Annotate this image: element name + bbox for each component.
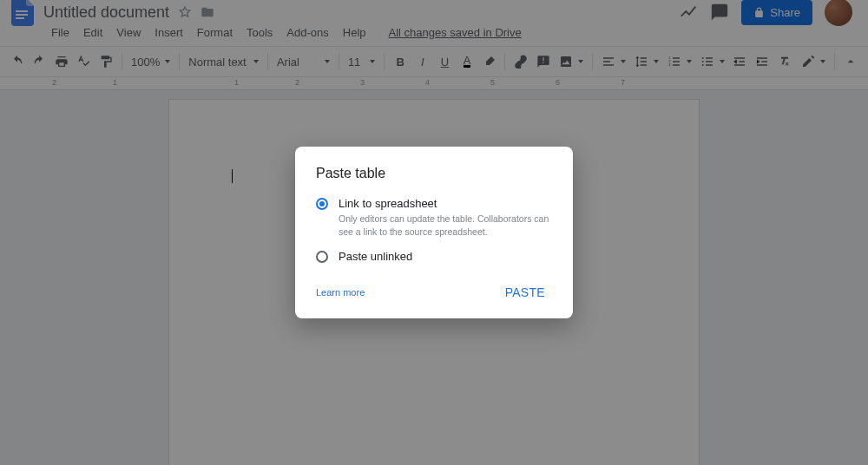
paste-table-dialog: Paste table Link to spreadsheet Only edi… [295,147,573,318]
radio-icon [316,251,328,263]
option-paste-unlinked[interactable]: Paste unlinked [316,250,552,263]
option-description: Only editors can update the table. Colla… [339,213,552,237]
option-label: Link to spreadsheet [339,197,552,210]
paste-button[interactable]: PASTE [498,280,552,305]
radio-icon [316,198,328,210]
option-label: Paste unlinked [339,250,412,263]
modal-scrim[interactable]: Paste table Link to spreadsheet Only edi… [0,0,868,465]
learn-more-link[interactable]: Learn more [316,287,365,298]
dialog-title: Paste table [316,166,552,181]
option-link-to-spreadsheet[interactable]: Link to spreadsheet Only editors can upd… [316,197,552,237]
